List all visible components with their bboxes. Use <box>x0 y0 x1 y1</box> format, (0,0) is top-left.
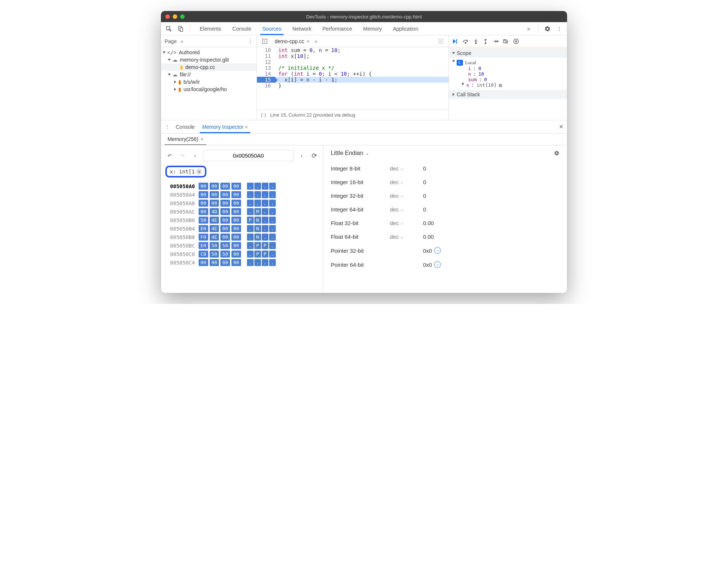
kebab-icon[interactable]: ⋮ <box>248 38 253 44</box>
scope-var[interactable]: n: 10 <box>462 71 563 77</box>
tree-folder[interactable]: ▮b/s/w/ir <box>161 78 257 86</box>
editor-tab[interactable]: demo-cpp.cc× <box>272 37 312 46</box>
drawer-tab-memory-inspector[interactable]: Memory Inspector × <box>198 121 251 133</box>
step-out-icon[interactable] <box>483 38 488 44</box>
format-select[interactable]: dec ⌄ <box>390 206 416 213</box>
scope-var[interactable]: sum: 0 <box>462 77 563 82</box>
hex-row[interactable]: 005050B8F04E0000.N.. <box>165 234 319 241</box>
format-select[interactable]: dec ⌄ <box>390 165 416 172</box>
code-line[interactable]: 10int sum = 0, n = 10; <box>257 47 449 53</box>
memory-tab[interactable]: Memory(256)× <box>165 134 206 145</box>
svg-point-9 <box>497 41 498 42</box>
deactivate-breakpoints-icon[interactable] <box>503 38 509 44</box>
close-icon[interactable]: × <box>196 169 202 175</box>
tab-console[interactable]: Console <box>227 23 256 35</box>
minimize-icon[interactable] <box>173 14 177 19</box>
tree-file-demo[interactable]: ▮demo-cpp.cc <box>161 63 257 71</box>
step-icon[interactable] <box>492 39 498 44</box>
svg-rect-5 <box>456 39 457 44</box>
svg-rect-11 <box>516 40 517 42</box>
devtools-window: DevTools - memory-inspector.glitch.me/de… <box>161 11 567 293</box>
format-select[interactable]: dec ⌄ <box>390 179 416 185</box>
scope-var[interactable]: i: 0 <box>462 66 563 71</box>
inspect-icon[interactable] <box>164 24 174 34</box>
debugger-pane: Scope LLocal i: 0n: 10sum: 0x: int[10] ▦… <box>449 35 567 120</box>
tab-sources[interactable]: Sources <box>257 23 286 35</box>
close-icon[interactable]: × <box>245 124 248 130</box>
close-icon[interactable] <box>165 14 170 19</box>
undo-icon[interactable]: ↶ <box>165 151 174 160</box>
device-icon[interactable] <box>176 24 185 34</box>
scope-var[interactable]: x: int[10] ▦ <box>462 82 563 88</box>
tab-application[interactable]: Application <box>388 23 423 35</box>
value-row: Float 64-bitdec ⌄0.00 <box>331 230 560 244</box>
hex-row[interactable]: 005050A800000000.... <box>165 200 319 207</box>
drawer-tab-console[interactable]: Console <box>172 121 198 133</box>
more-icon[interactable]: » <box>181 38 183 44</box>
code-line[interactable]: 13/* initialize x */ <box>257 65 449 71</box>
hex-row[interactable]: 005050AC804D0000.M.. <box>165 208 319 215</box>
scope-local[interactable]: LLocal <box>453 60 563 66</box>
sidebar-page-tab[interactable]: Page <box>165 38 177 44</box>
address-input[interactable] <box>203 150 293 161</box>
object-chip[interactable]: x: int[1 × <box>165 166 206 177</box>
more-tabs-icon[interactable]: » <box>524 24 533 34</box>
jump-icon[interactable]: → <box>434 247 441 254</box>
format-select[interactable]: dec ⌄ <box>390 220 416 226</box>
more-icon[interactable]: » <box>315 38 317 44</box>
gear-icon[interactable] <box>554 150 560 156</box>
jump-icon[interactable]: → <box>434 261 441 268</box>
code-line[interactable]: 11int x[10]; <box>257 53 449 59</box>
refresh-icon[interactable]: ⟳ <box>310 151 319 160</box>
main-tabs: ElementsConsoleSourcesNetworkPerformance… <box>195 23 522 35</box>
window-title: DevTools - memory-inspector.glitch.me/de… <box>161 14 567 20</box>
code-area[interactable]: 10int sum = 0, n = 10;11int x[10];12 13/… <box>257 47 449 110</box>
kebab-icon[interactable]: ⋮ <box>165 124 170 130</box>
tab-memory[interactable]: Memory <box>358 23 387 35</box>
hex-row[interactable]: 005050B0504E0000PN.. <box>165 217 319 224</box>
hex-row[interactable]: 005050C400000000.... <box>165 259 319 266</box>
next-page-icon[interactable]: › <box>297 151 306 160</box>
format-select[interactable]: dec ⌄ <box>390 234 416 240</box>
run-snippet-icon[interactable] <box>436 37 446 46</box>
format-select[interactable]: dec ⌄ <box>390 193 416 199</box>
tab-network[interactable]: Network <box>287 23 316 35</box>
svg-rect-10 <box>515 40 516 42</box>
hex-row[interactable]: 005050A400000000.... <box>165 191 319 198</box>
callstack-header[interactable]: Call Stack <box>449 90 567 99</box>
code-line[interactable]: 14for (int i = 0; i < 10; ++i) { <box>257 71 449 77</box>
tree-folder[interactable]: ▮usr/local/google/ho <box>161 86 257 93</box>
tab-performance[interactable]: Performance <box>317 23 357 35</box>
kebab-icon[interactable]: ⋮ <box>554 24 564 34</box>
tab-elements[interactable]: Elements <box>195 23 226 35</box>
hex-row[interactable]: 005050BCE0505000.PP. <box>165 242 319 249</box>
code-line[interactable]: 16} <box>257 83 449 89</box>
main-toolbar: ElementsConsoleSourcesNetworkPerformance… <box>161 22 567 35</box>
tree-fileroot[interactable]: ☁file:// <box>161 71 257 78</box>
navigator-sidebar: Page » ⋮ </>Authored ☁memory-inspector.g… <box>161 35 257 120</box>
tree-authored[interactable]: </>Authored <box>161 49 257 56</box>
resume-icon[interactable] <box>452 38 458 44</box>
step-into-icon[interactable] <box>473 38 478 44</box>
pause-exceptions-icon[interactable] <box>513 38 519 44</box>
scope-header[interactable]: Scope <box>449 49 567 58</box>
gear-icon[interactable] <box>543 24 552 34</box>
hex-row[interactable]: 005050C0C8505000.PP. <box>165 251 319 258</box>
close-icon[interactable]: × <box>306 38 309 44</box>
endian-select[interactable]: Little Endian⌄ <box>331 150 369 156</box>
value-row: Pointer 32-bit0x0 → <box>331 244 560 258</box>
value-row: Integer 8-bitdec ⌄0 <box>331 162 560 175</box>
code-line[interactable]: 15 x[i] = n - i - 1; <box>257 77 449 83</box>
zoom-icon[interactable] <box>180 14 185 19</box>
hex-row[interactable]: 005050A000000000.... <box>165 183 319 190</box>
close-icon[interactable]: × <box>559 123 563 131</box>
pretty-print-icon[interactable]: { } <box>261 112 267 118</box>
code-line[interactable]: 12 <box>257 59 449 65</box>
value-row: Integer 32-bitdec ⌄0 <box>331 189 560 203</box>
nav-back-icon[interactable] <box>260 37 269 46</box>
hex-row[interactable]: 005050B4E04E0000.N.. <box>165 225 319 232</box>
tree-domain[interactable]: ☁memory-inspector.glit <box>161 56 257 63</box>
step-over-icon[interactable] <box>462 39 469 44</box>
prev-page-icon[interactable]: ‹ <box>190 151 199 160</box>
close-icon[interactable]: × <box>200 136 203 142</box>
